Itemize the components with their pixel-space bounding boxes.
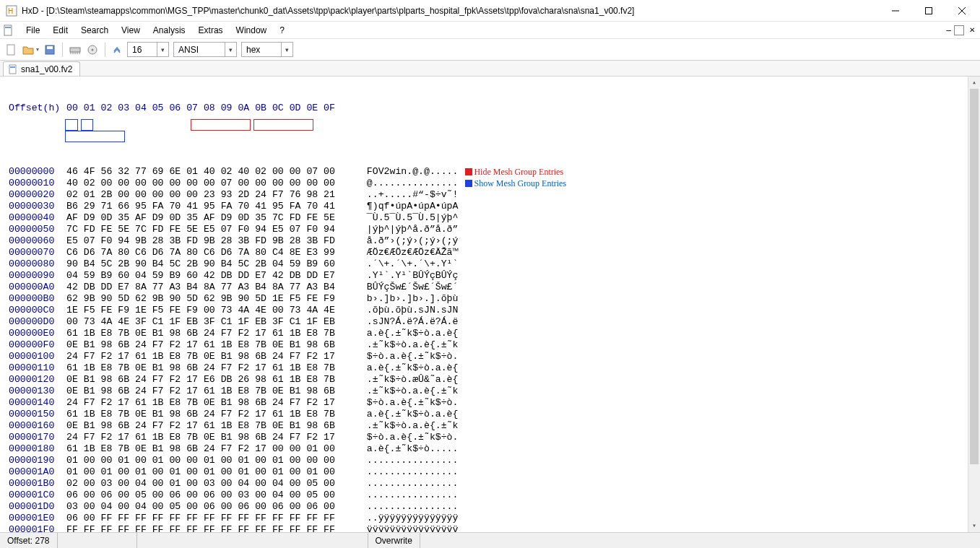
dropdown-icon[interactable]: ▾ — [157, 43, 168, 56]
ascii-cell[interactable]: b›.]b›.]b›.].õþù — [355, 293, 458, 305]
hex-row[interactable]: 000001F0FF FF FF FF FF FF FF FF FF FF FF… — [9, 524, 980, 532]
close-button[interactable] — [945, 0, 979, 22]
hex-bytes[interactable]: 61 1B E8 7B 0E B1 98 6B 24 F7 F2 17 61 1… — [66, 362, 355, 374]
ascii-cell[interactable]: ................ — [355, 501, 458, 513]
save-icon[interactable] — [43, 43, 56, 56]
hex-row[interactable]: 0000014024 F7 F2 17 61 1B E8 7B 0E B1 98… — [9, 397, 980, 409]
mdi-restore-icon[interactable] — [954, 25, 964, 35]
hex-bytes[interactable]: E5 07 F0 94 9B 28 3B FD 9B 28 3B FD 9B 2… — [66, 235, 355, 247]
hex-bytes[interactable]: 1E F5 FE F9 1E F5 FE F9 00 73 4A 4E 00 7… — [66, 305, 355, 316]
ascii-cell[interactable]: å.ð”›(;ý›(;ý›(;ý — [355, 235, 458, 247]
hex-bytes[interactable]: B6 29 71 66 95 FA 70 41 95 FA 70 41 95 F… — [66, 201, 355, 212]
ascii-cell[interactable]: |ýþ^|ýþ^å.ð”å.ð” — [355, 224, 458, 235]
hex-bytes[interactable]: 46 4F 56 32 77 69 6E 01 40 02 40 02 00 0… — [66, 166, 355, 178]
minimize-button[interactable] — [879, 0, 912, 22]
hex-row[interactable]: 000000C01E F5 FE F9 1E F5 FE F9 00 73 4A… — [9, 305, 980, 316]
hex-row[interactable]: 000000F00E B1 98 6B 24 F7 F2 17 61 1B E8… — [9, 339, 980, 351]
hex-bytes[interactable]: 01 00 00 01 00 01 00 00 01 00 01 00 01 0… — [66, 455, 355, 466]
hex-bytes[interactable]: 42 DB DD E7 8A 77 A3 B4 8A 77 A3 B4 8A 7… — [66, 282, 355, 293]
dropdown-icon[interactable]: ▾ — [225, 43, 236, 56]
hex-bytes[interactable]: 61 1B E8 7B 0E B1 98 6B 24 F7 F2 17 00 0… — [66, 443, 355, 455]
ascii-cell[interactable]: $÷ò.a.è{.±˜k$÷ò. — [355, 397, 458, 409]
menu-file[interactable]: File — [20, 24, 45, 37]
ascii-cell[interactable]: $÷ò.a.è{.±˜k$÷ò. — [355, 432, 458, 443]
scroll-up-icon[interactable]: ▴ — [968, 77, 980, 89]
menu-help[interactable]: ? — [274, 24, 290, 37]
hex-row[interactable]: 0000008090 B4 5C 2B 90 B4 5C 2B 90 B4 5C… — [9, 258, 980, 270]
hex-bytes[interactable]: 03 00 04 00 04 00 05 00 06 00 06 00 06 0… — [66, 501, 355, 513]
hex-bytes[interactable]: 04 59 B9 60 04 59 B9 60 42 DB DD E7 42 D… — [66, 270, 355, 282]
hex-row[interactable]: 000001B002 00 03 00 04 00 01 00 03 00 04… — [9, 478, 980, 490]
hex-row[interactable]: 0000001040 02 00 00 00 00 00 00 00 07 00… — [9, 178, 980, 189]
open-file-icon[interactable] — [22, 43, 35, 56]
hex-bytes[interactable]: AF D9 0D 35 AF D9 0D 35 AF D9 0D 35 7C F… — [66, 212, 355, 224]
hex-row[interactable]: 000001300E B1 98 6B 24 F7 F2 17 61 1B E8… — [9, 386, 980, 397]
ascii-cell[interactable]: FOV2win.@.@..... — [355, 166, 458, 178]
menu-window[interactable]: Window — [230, 24, 273, 37]
file-tab[interactable]: sna1_v00.fv2 — [3, 61, 80, 76]
ascii-cell[interactable]: .±˜k$÷ò.æÛ&˜a.è{ — [355, 374, 458, 386]
hex-bytes[interactable]: 0E B1 98 6B 24 F7 F2 17 61 1B E8 7B 0E B… — [66, 339, 355, 351]
hex-bytes[interactable]: 61 1B E8 7B 0E B1 98 6B 24 F7 F2 17 61 1… — [66, 409, 355, 420]
mdi-close-icon[interactable]: ✕ — [967, 25, 977, 35]
hex-bytes[interactable]: 90 B4 5C 2B 90 B4 5C 2B 90 B4 5C 2B 04 5… — [66, 258, 355, 270]
menu-analysis[interactable]: Analysis — [147, 24, 191, 37]
dropdown-arrow-icon[interactable]: ▾ — [36, 46, 39, 53]
bytes-per-row-combo[interactable]: 16 ▾ — [127, 42, 169, 57]
hex-row[interactable]: 000000B062 9B 90 5D 62 9B 90 5D 62 9B 90… — [9, 293, 980, 305]
ascii-cell[interactable]: .´\+.´\+.´\+.Y¹` — [355, 258, 458, 270]
hex-bytes[interactable]: 01 00 01 00 01 00 01 00 01 00 01 00 01 0… — [66, 466, 355, 478]
ascii-cell[interactable]: a.è{.±˜k$÷ò.a.è{ — [355, 362, 458, 374]
hex-row[interactable]: 0000018061 1B E8 7B 0E B1 98 6B 24 F7 F2… — [9, 443, 980, 455]
ascii-cell[interactable]: a.è{.±˜k$÷ò.a.è{ — [355, 409, 458, 420]
hex-row[interactable]: 00000030B6 29 71 66 95 FA 70 41 95 FA 70… — [9, 201, 980, 212]
spinner-arrows[interactable] — [111, 44, 123, 56]
hex-bytes[interactable]: 00 73 4A 4E 3F C1 1F EB 3F C1 1F EB 3F C… — [66, 316, 355, 328]
ascii-cell[interactable]: a.è{.±˜k$÷ò..... — [355, 443, 458, 455]
hex-row[interactable]: 000001200E B1 98 6B 24 F7 F2 17 E6 DB 26… — [9, 374, 980, 386]
hex-bytes[interactable]: 06 00 FF FF FF FF FF FF FF FF FF FF FF F… — [66, 513, 355, 524]
hex-row[interactable]: 000000E061 1B E8 7B 0E B1 98 6B 24 F7 F2… — [9, 328, 980, 339]
hex-row[interactable]: 0000011061 1B E8 7B 0E B1 98 6B 24 F7 F2… — [9, 362, 980, 374]
new-file-icon[interactable] — [4, 43, 17, 56]
ascii-cell[interactable]: ¯Ù.5¯Ù.5¯Ù.5|ýþ^ — [355, 212, 458, 224]
numberbase-combo[interactable]: hex ▾ — [241, 42, 293, 57]
ascii-cell[interactable]: a.è{.±˜k$÷ò.a.è{ — [355, 328, 458, 339]
ascii-cell[interactable]: ¶)qf•úpA•úpA•úpA — [355, 201, 458, 212]
menu-edit[interactable]: Edit — [47, 24, 74, 37]
hex-bytes[interactable]: 7C FD FE 5E 7C FD FE 5E E5 07 F0 94 E5 0… — [66, 224, 355, 235]
hex-bytes[interactable]: 24 F7 F2 17 61 1B E8 7B 0E B1 98 6B 24 F… — [66, 432, 355, 443]
hex-bytes[interactable]: C6 D6 7A 80 C6 D6 7A 80 C6 D6 7A 80 C4 8… — [66, 247, 355, 258]
hex-row[interactable]: 0000009004 59 B9 60 04 59 B9 60 42 DB DD… — [9, 270, 980, 282]
ascii-cell[interactable]: .±˜k$÷ò.a.è{.±˜k — [355, 386, 458, 397]
hex-row[interactable]: 000001600E B1 98 6B 24 F7 F2 17 61 1B E8… — [9, 420, 980, 432]
hex-row[interactable]: 0000019001 00 00 01 00 01 00 00 01 00 01… — [9, 455, 980, 466]
mdi-minimize-icon[interactable]: – — [946, 25, 951, 35]
hex-editor-area[interactable]: Offset(h) 00 01 02 03 04 05 06 07 08 09 … — [0, 77, 980, 532]
hex-row[interactable]: 00000040AF D9 0D 35 AF D9 0D 35 AF D9 0D… — [9, 212, 980, 224]
ascii-cell[interactable]: .Y¹`.Y¹`BÛÝçBÛÝç — [355, 270, 458, 282]
hex-row[interactable]: 000001D003 00 04 00 04 00 05 00 06 00 06… — [9, 501, 980, 513]
hex-bytes[interactable]: 62 9B 90 5D 62 9B 90 5D 62 9B 90 5D 1E F… — [66, 293, 355, 305]
ascii-cell[interactable]: ................ — [355, 466, 458, 478]
ascii-cell[interactable]: ÆÖz€ÆÖz€ÆÖz€ÄŽã™ — [355, 247, 458, 258]
ascii-cell[interactable]: $÷ò.a.è{.±˜k$÷ò. — [355, 351, 458, 362]
hex-row[interactable]: 0000002002 01 2B 00 00 00 00 00 23 93 2D… — [9, 189, 980, 201]
menu-extras[interactable]: Extras — [193, 24, 229, 37]
charset-combo[interactable]: ANSI ▾ — [173, 42, 237, 57]
ram-icon[interactable] — [69, 43, 82, 56]
ascii-cell[interactable]: .±˜k$÷ò.a.è{.±˜k — [355, 339, 458, 351]
hex-row[interactable]: 00000070C6 D6 7A 80 C6 D6 7A 80 C6 D6 7A… — [9, 247, 980, 258]
hex-row[interactable]: 0000000046 4F 56 32 77 69 6E 01 40 02 40… — [9, 166, 980, 178]
menu-view[interactable]: View — [116, 24, 146, 37]
hex-row[interactable]: 0000017024 F7 F2 17 61 1B E8 7B 0E B1 98… — [9, 432, 980, 443]
hex-bytes[interactable]: 24 F7 F2 17 61 1B E8 7B 0E B1 98 6B 24 F… — [66, 397, 355, 409]
hex-bytes[interactable]: 24 F7 F2 17 61 1B E8 7B 0E B1 98 6B 24 F… — [66, 351, 355, 362]
hex-bytes[interactable]: 0E B1 98 6B 24 F7 F2 17 61 1B E8 7B 0E B… — [66, 386, 355, 397]
hex-bytes[interactable]: 0E B1 98 6B 24 F7 F2 17 E6 DB 26 98 61 1… — [66, 374, 355, 386]
hex-bytes[interactable]: 06 00 06 00 05 00 06 00 06 00 03 00 04 0… — [66, 490, 355, 501]
scroll-thumb[interactable] — [970, 89, 979, 464]
maximize-button[interactable] — [912, 0, 945, 22]
ascii-cell[interactable]: ................ — [355, 490, 458, 501]
hex-bytes[interactable]: 02 00 03 00 04 00 01 00 03 00 04 00 04 0… — [66, 478, 355, 490]
